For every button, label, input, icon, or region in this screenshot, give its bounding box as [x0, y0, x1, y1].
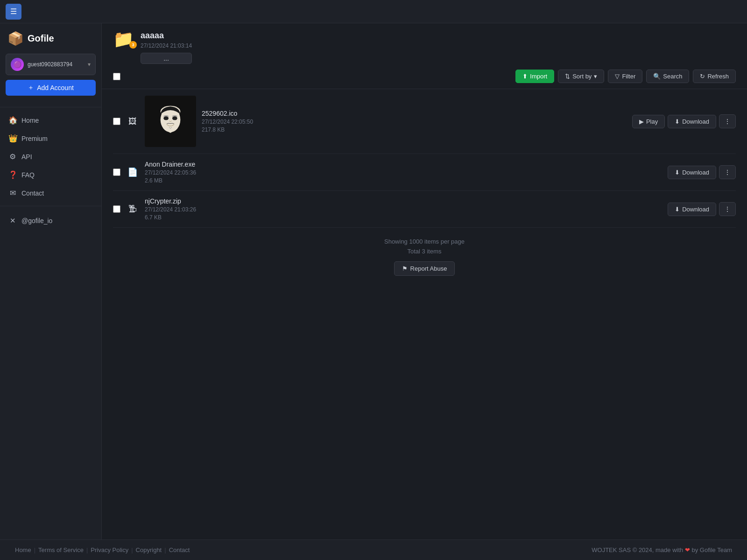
sort-icon: ⇅ — [565, 73, 570, 80]
search-icon: 🔍 — [653, 73, 661, 80]
search-button[interactable]: 🔍 Search — [646, 70, 689, 83]
sidebar-item-api[interactable]: ⚙ API — [0, 147, 101, 166]
download-button[interactable]: ⬇ Download — [668, 166, 716, 179]
sidebar-twitter-link[interactable]: ✕ @gofile_io — [0, 212, 101, 230]
folder-date: 27/12/2024 21:03:14 — [141, 42, 192, 49]
logo-icon: 📦 — [7, 31, 24, 46]
file-date: 27/12/2024 22:05:50 — [202, 119, 627, 125]
file-size: 2.6 MB — [145, 177, 662, 184]
sort-button[interactable]: ⇅ Sort by ▾ — [558, 70, 604, 83]
file-checkbox[interactable] — [113, 168, 120, 176]
report-abuse-button[interactable]: ⚑ Report Abuse — [394, 261, 455, 276]
footer-divider: | — [164, 546, 166, 553]
footer-divider: | — [131, 546, 133, 553]
more-dots-icon: ... — [163, 55, 169, 62]
per-page-text: Showing 1000 items per page — [384, 237, 465, 247]
username-label: guest0902883794 — [28, 61, 84, 68]
toolbar-left — [113, 73, 512, 80]
refresh-label: Refresh — [707, 73, 729, 80]
download-label: Download — [682, 118, 709, 125]
file-type-icon: 🗜 — [126, 203, 139, 216]
sidebar: 📦 Gofile 🟣 guest0902883794 ▾ ＋ Add Accou… — [0, 23, 102, 539]
twitter-icon: ✕ — [8, 217, 17, 225]
app-logo: 📦 Gofile — [0, 31, 101, 54]
footer-link-contact[interactable]: Contact — [169, 546, 190, 553]
import-label: Import — [530, 73, 547, 80]
file-actions: ⬇ Download ⋮ — [668, 165, 736, 179]
sidebar-divider-2 — [0, 206, 101, 206]
footer-link-home[interactable]: Home — [15, 546, 31, 553]
download-icon: ⬇ — [675, 118, 680, 125]
more-vertical-icon: ⋮ — [724, 205, 731, 213]
play-label: Play — [646, 118, 658, 125]
footer-copyright: WOJTEK SAS © 2024, made with ❤ by Gofile… — [592, 546, 732, 553]
table-row: 🗜 njCrypter.zip 27/12/2024 21:03:26 6.7 … — [113, 191, 736, 228]
list-footer: Showing 1000 items per page Total 3 item… — [113, 228, 736, 280]
app-name: Gofile — [28, 33, 54, 44]
file-info: Anon Drainer.exe 27/12/2024 22:05:36 2.6… — [145, 161, 662, 184]
toolbar: ⬆ Import ⇅ Sort by ▾ ▽ Filter 🔍 Search ↻… — [102, 64, 747, 89]
folder-more-button[interactable]: ... — [141, 53, 192, 64]
filter-label: Filter — [622, 73, 635, 80]
table-row: 🖼 — [113, 89, 736, 154]
file-name: 2529602.ico — [202, 110, 627, 117]
sidebar-item-label: API — [21, 153, 32, 161]
sidebar-item-label: Premium — [21, 135, 48, 142]
sidebar-item-faq[interactable]: ❓ FAQ — [0, 166, 101, 184]
file-checkbox[interactable] — [113, 118, 120, 125]
more-options-button[interactable]: ⋮ — [719, 114, 736, 128]
api-icon: ⚙ — [8, 152, 17, 161]
more-options-button[interactable]: ⋮ — [719, 165, 736, 179]
sidebar-item-contact[interactable]: ✉ Contact — [0, 184, 101, 202]
more-vertical-icon: ⋮ — [724, 118, 731, 125]
footer-divider: | — [86, 546, 88, 553]
select-all-checkbox[interactable] — [113, 73, 120, 80]
more-options-button[interactable]: ⋮ — [719, 202, 736, 216]
by-label: by Gofile Team — [692, 546, 732, 553]
sidebar-item-label: Contact — [21, 189, 44, 197]
file-checkbox[interactable] — [113, 205, 120, 213]
account-selector[interactable]: 🟣 guest0902883794 ▾ — [6, 54, 96, 75]
menu-icon: ☰ — [10, 7, 17, 16]
file-type-icon: 📄 — [126, 166, 139, 179]
search-label: Search — [663, 73, 682, 80]
content-area: 📁 3 aaaaa 27/12/2024 21:03:14 ... ⬆ Impo… — [102, 23, 747, 539]
avatar: 🟣 — [11, 58, 24, 71]
report-label: Report Abuse — [410, 265, 447, 272]
file-list: 🖼 — [102, 89, 747, 539]
sidebar-item-home[interactable]: 🏠 Home — [0, 111, 101, 129]
play-button[interactable]: ▶ Play — [632, 115, 665, 128]
download-label: Download — [682, 206, 709, 213]
file-info: njCrypter.zip 27/12/2024 21:03:26 6.7 KB — [145, 197, 662, 221]
download-button[interactable]: ⬇ Download — [668, 115, 716, 128]
footer-link-tos[interactable]: Terms of Service — [38, 546, 84, 553]
svg-point-3 — [163, 116, 169, 120]
folder-header: 📁 3 aaaaa 27/12/2024 21:03:14 ... — [102, 23, 747, 64]
filter-icon: ▽ — [615, 73, 620, 80]
contact-icon: ✉ — [8, 189, 17, 197]
folder-icon-wrap: 📁 3 — [113, 31, 134, 48]
total-text: Total 3 items — [384, 247, 465, 257]
pagination-text: Showing 1000 items per page Total 3 item… — [384, 237, 465, 257]
footer-link-copyright[interactable]: Copyright — [136, 546, 162, 553]
file-date: 27/12/2024 21:03:26 — [145, 206, 662, 213]
refresh-button[interactable]: ↻ Refresh — [693, 70, 736, 83]
thumbnail-image — [152, 103, 189, 140]
avatar-emoji: 🟣 — [14, 61, 21, 68]
add-account-button[interactable]: ＋ Add Account — [6, 80, 96, 96]
file-size: 6.7 KB — [145, 214, 662, 221]
footer-link-privacy[interactable]: Privacy Policy — [91, 546, 128, 553]
heart-icon: ❤ — [685, 546, 692, 553]
filter-button[interactable]: ▽ Filter — [608, 70, 642, 83]
svg-point-4 — [172, 116, 177, 120]
folder-badge: 3 — [129, 41, 137, 49]
download-icon: ⬇ — [675, 169, 680, 176]
sort-chevron-icon: ▾ — [594, 73, 597, 80]
menu-button[interactable]: ☰ — [6, 4, 21, 20]
sidebar-item-premium[interactable]: 👑 Premium — [0, 129, 101, 147]
import-button[interactable]: ⬆ Import — [515, 70, 554, 83]
sidebar-item-label: FAQ — [21, 171, 35, 179]
file-info: 2529602.ico 27/12/2024 22:05:50 217.8 KB — [202, 110, 627, 133]
download-button[interactable]: ⬇ Download — [668, 203, 716, 216]
file-type-icon: 🖼 — [126, 115, 139, 128]
